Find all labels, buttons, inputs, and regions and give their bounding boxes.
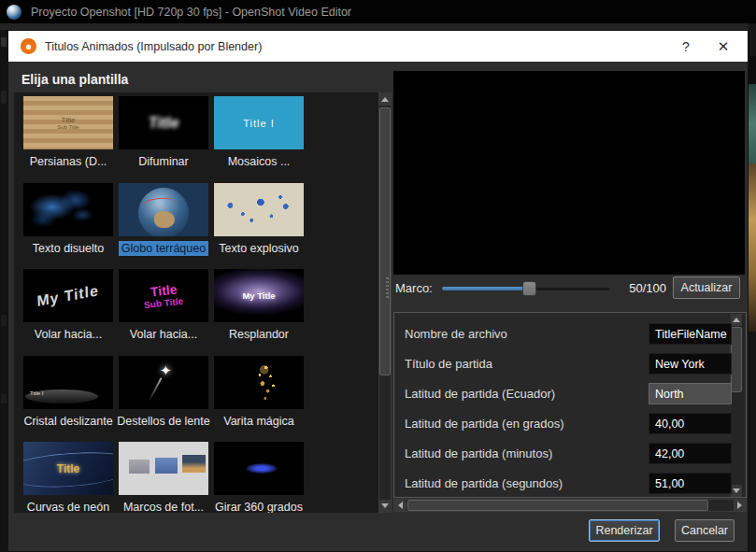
template-thumbnail[interactable] — [119, 442, 208, 495]
template-item[interactable]: Title IMosaicos ... — [211, 96, 307, 169]
blender-icon — [21, 38, 36, 54]
template-item[interactable]: Varita mágica — [211, 356, 307, 429]
template-item[interactable]: TitleDifuminar — [116, 96, 211, 169]
template-thumbnail[interactable]: My Title — [214, 269, 304, 322]
scroll-down-button[interactable] — [379, 500, 391, 512]
thumbnail-text: Sub Title — [57, 124, 78, 130]
template-list: TitleSub TitlePersianas (D...TitleDifumi… — [14, 92, 392, 513]
template-properties-form: Nombre de archivoTitleFileNameTítulo de … — [393, 312, 747, 498]
template-label[interactable]: Curvas de neón — [21, 500, 116, 513]
template-item[interactable]: TitleSub TitlePersianas (D... — [21, 96, 116, 169]
template-item[interactable]: TitleCurvas de neón — [21, 442, 116, 513]
form-field-label: Nombre de archivo — [405, 323, 507, 346]
template-label[interactable]: Mosaicos ... — [211, 154, 307, 169]
template-label[interactable]: Girar 360 grados — [211, 500, 307, 513]
template-item[interactable]: My TitleResplandor — [211, 269, 307, 342]
main-window-left-edge — [0, 30, 7, 552]
template-label[interactable]: Persianas (D... — [21, 154, 116, 169]
close-button[interactable]: ✕ — [705, 38, 742, 55]
choose-template-heading: Elija una plantilla — [21, 72, 128, 87]
form-scroll-down-button[interactable] — [731, 485, 742, 497]
template-thumbnail[interactable]: TitleSub Title — [23, 96, 113, 149]
template-item[interactable]: Title ICristal deslizante — [21, 356, 116, 429]
form-field-label: Latitud de partida (Ecuador) — [405, 383, 555, 405]
form-scrollbar-thumb[interactable] — [731, 327, 742, 392]
thumbnail-text: Title — [62, 116, 76, 124]
screen: Proyecto Openshot [HD 720p 30 fps] - Ope… — [0, 0, 756, 552]
template-label[interactable]: Globo terráqueo — [119, 241, 208, 256]
template-item[interactable]: Globo terráqueo — [116, 183, 211, 260]
template-thumbnail[interactable]: Title I — [214, 96, 304, 149]
form-field-input[interactable]: TitleFileName — [649, 323, 732, 345]
form-field-input[interactable]: 40,00 — [649, 413, 732, 434]
frame-label: Marco: — [395, 281, 433, 295]
template-item[interactable]: Texto disuelto — [21, 183, 116, 256]
template-thumbnail[interactable] — [214, 183, 304, 236]
scrollbar-thumb[interactable] — [379, 107, 391, 375]
main-window-title: Proyecto Openshot [HD 720p 30 fps] - Ope… — [31, 6, 351, 19]
template-thumbnail[interactable] — [119, 356, 208, 409]
form-field-dropdown[interactable]: North — [649, 383, 732, 404]
frame-slider[interactable] — [442, 278, 610, 299]
scroll-left-button[interactable] — [394, 500, 407, 511]
template-label[interactable]: Difuminar — [116, 154, 211, 169]
template-thumbnail[interactable]: TitleSub Title — [119, 269, 208, 322]
form-field-label: Título de partida — [405, 353, 492, 375]
slider-handle[interactable] — [522, 281, 536, 296]
template-item[interactable]: Texto explosivo — [211, 183, 307, 256]
template-label[interactable]: Volar hacia... — [116, 327, 211, 342]
template-grid: TitleSub TitlePersianas (D...TitleDifumi… — [14, 92, 377, 513]
scroll-up-button[interactable] — [379, 93, 391, 106]
template-label[interactable]: Destellos de lente — [116, 414, 211, 429]
frame-value: 50/100 — [614, 281, 666, 295]
template-thumbnail[interactable] — [23, 183, 113, 236]
template-thumbnail[interactable]: Title — [23, 442, 113, 495]
form-scroll-up-button[interactable] — [731, 314, 742, 326]
cancel-button[interactable]: Cancelar — [675, 519, 735, 542]
update-button[interactable]: Actualizar — [673, 276, 740, 299]
template-item[interactable]: TitleSub TitleVolar hacia... — [116, 269, 211, 342]
template-thumbnail[interactable]: Title — [119, 96, 208, 149]
form-field-input[interactable]: New York — [649, 353, 732, 375]
thumbnail-text: Sub Title — [144, 296, 184, 310]
form-field-input[interactable]: 42,00 — [649, 443, 732, 464]
dialog-buttons: Renderizar Cancelar — [589, 519, 735, 542]
thumbnail-text: Title — [57, 462, 79, 475]
template-thumbnail[interactable] — [214, 442, 304, 495]
frame-control-row: Marco: 50/100 Actualizar — [386, 276, 745, 302]
template-label[interactable]: Varita mágica — [211, 414, 307, 429]
dialog-titlebar[interactable]: Titulos Animados (Impulsado por Blender)… — [8, 31, 748, 62]
openshot-logo-icon — [7, 5, 21, 20]
scroll-right-button[interactable] — [734, 500, 746, 511]
render-button[interactable]: Renderizar — [589, 519, 660, 542]
form-field-label: Latitud de partida (en grados) — [405, 413, 564, 435]
rotate-decoration — [246, 463, 278, 474]
template-label[interactable]: Texto explosivo — [211, 241, 307, 256]
template-label[interactable]: Cristal deslizante — [21, 414, 116, 429]
template-thumbnail[interactable]: My Title — [23, 269, 113, 322]
template-item[interactable]: My TitleVolar hacia... — [21, 269, 116, 342]
animated-titles-dialog: Titulos Animados (Impulsado por Blender)… — [7, 30, 749, 552]
template-item[interactable]: Marcos de fot... — [116, 442, 211, 513]
template-label[interactable]: Resplandor — [211, 327, 307, 342]
help-button[interactable]: ? — [667, 39, 705, 54]
main-window-right-edge — [749, 23, 756, 552]
template-item[interactable]: Girar 360 grados — [211, 442, 307, 513]
form-field-label: Latitud de partida (minutos) — [405, 443, 552, 465]
form-scrollbar[interactable] — [731, 314, 744, 497]
template-item[interactable]: Destellos de lente — [116, 356, 211, 429]
splitter-grip[interactable] — [386, 277, 389, 300]
form-horizontal-scrollbar[interactable] — [393, 499, 747, 512]
template-label[interactable]: Volar hacia... — [21, 327, 116, 342]
template-thumbnail[interactable] — [119, 183, 208, 236]
template-list-scrollbar[interactable] — [378, 92, 392, 513]
slider-fill — [442, 287, 530, 290]
thumbnail-text: My Title — [37, 282, 100, 310]
form-field-input[interactable]: 51,00 — [649, 473, 732, 494]
template-label[interactable]: Texto disuelto — [21, 241, 116, 256]
template-thumbnail[interactable]: Title I — [23, 356, 113, 409]
template-thumbnail[interactable] — [214, 356, 304, 409]
main-window-titlebar: Proyecto Openshot [HD 720p 30 fps] - Ope… — [0, 0, 756, 23]
template-label[interactable]: Marcos de fot... — [116, 500, 211, 513]
horizontal-scrollbar-thumb[interactable] — [407, 500, 708, 511]
